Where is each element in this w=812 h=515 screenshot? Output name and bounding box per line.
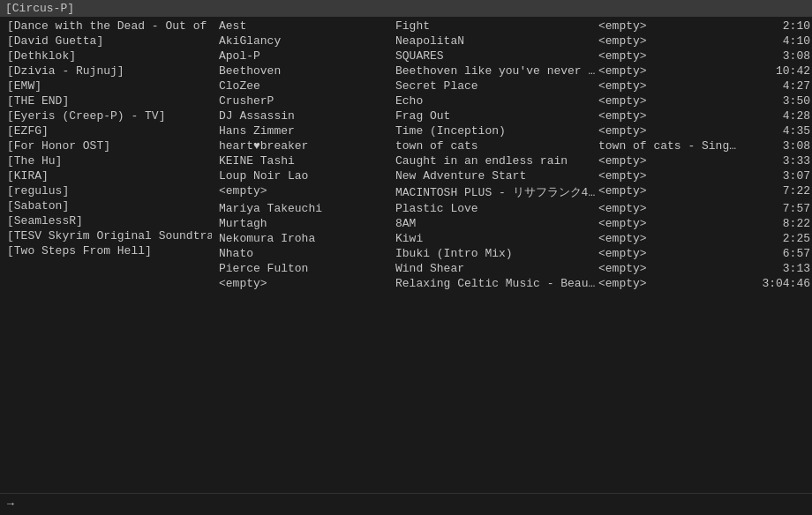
sidebar-item[interactable]: [For Honor OST] [0,138,212,153]
sidebar-item[interactable]: [THE END] [0,93,212,108]
track-row[interactable]: Loup Noir LaoNew Adventure Start<empty>3… [212,168,812,183]
track-title: Plastic Love [395,202,598,215]
track-album: <empty> [598,64,740,78]
track-duration: 3:07 [740,169,810,183]
sidebar-item[interactable]: [EMW] [0,78,212,93]
track-album: <empty> [598,49,740,63]
track-album: <empty> [598,79,740,93]
track-duration: 2:25 [740,232,810,245]
track-title: Echo [395,94,598,108]
track-title: New Adventure Start [395,169,598,183]
track-row[interactable]: AkiGlancyNeapolitaN<empty>4:10 [212,34,812,49]
track-album: <empty> [598,109,740,123]
track-duration: 3:04:46 [740,277,810,290]
track-artist: Hans Zimmer [219,124,395,138]
track-album: <empty> [598,154,740,168]
track-row[interactable]: CloZeeSecret Place<empty>4:27 [212,78,812,93]
track-title: 8AM [395,217,598,230]
sidebar-item[interactable]: [Sabaton] [0,198,212,213]
track-artist: Loup Noir Lao [219,169,395,183]
track-artist: DJ Assassin [219,109,395,123]
track-row[interactable]: Nekomura IrohaKiwi<empty>2:25 [212,231,812,246]
sidebar-item[interactable]: [regulus] [0,183,212,198]
sidebar-item[interactable]: [Eyeris (Creep-P) - TV] [0,108,212,123]
track-title: Frag Out [395,109,598,123]
track-list: AestFight<empty>2:10AkiGlancyNeapolitaN<… [212,17,812,493]
track-artist: Nekomura Iroha [219,232,395,245]
track-artist: Aest [219,19,395,33]
track-title: Ibuki (Intro Mix) [395,247,598,260]
track-row[interactable]: Murtagh8AM<empty>8:22 [212,216,812,231]
track-album: <empty> [598,277,740,290]
sidebar-item[interactable]: [Dance with the Dead - Out of Body] [0,19,212,34]
track-title: Relaxing Celtic Music - Beautifu [395,277,598,290]
track-row[interactable]: Pierce FultonWind Shear<empty>3:13 [212,261,812,276]
track-row[interactable]: DJ AssassinFrag Out<empty>4:28 [212,108,812,123]
track-duration: 7:57 [740,202,810,215]
track-row[interactable]: AestFight<empty>2:10 [212,19,812,34]
track-duration: 2:10 [740,19,810,33]
sidebar-item[interactable]: [Dethklok] [0,49,212,63]
sidebar-item[interactable]: [EZFG] [0,123,212,138]
track-duration: 3:08 [740,49,810,63]
track-duration: 4:10 [740,34,810,48]
track-title: Wind Shear [395,262,598,275]
track-album: <empty> [598,94,740,108]
track-album: <empty> [598,202,740,215]
track-row[interactable]: <empty>Relaxing Celtic Music - Beautifu<… [212,276,812,291]
track-duration: 4:35 [740,124,810,138]
track-row[interactable]: heart♥breakertown of catstown of cats - … [212,138,812,153]
track-duration: 7:22 [740,184,810,200]
track-row[interactable]: KEINE TashiCaught in an endless rain<emp… [212,153,812,168]
track-title: Kiwi [395,232,598,245]
track-row[interactable]: BeethovenBeethoven like you've never hea… [212,63,812,78]
sidebar-item[interactable]: [SeamlessR] [0,213,212,228]
sidebar-item[interactable]: [David Guetta] [0,34,212,49]
track-duration: 4:27 [740,79,810,93]
track-row[interactable]: CrusherPEcho<empty>3:50 [212,93,812,108]
track-artist: CrusherP [219,94,395,108]
track-album: <empty> [598,217,740,230]
track-title: NeapolitaN [395,34,598,48]
main-container: [Dance with the Dead - Out of Body][Davi… [0,17,812,493]
track-artist: <empty> [219,277,395,290]
track-title: SQUARES [395,49,598,63]
sidebar-item[interactable]: [Dzivia - Rujnuj] [0,63,212,78]
track-duration: 10:42 [740,64,810,78]
track-row[interactable]: Apol-PSQUARES<empty>3:08 [212,49,812,63]
track-artist: Apol-P [219,49,395,63]
track-album: <empty> [598,34,740,48]
sidebar-item[interactable]: [Two Steps From Hell] [0,243,212,258]
track-duration: 3:13 [740,262,810,275]
track-duration: 4:28 [740,109,810,123]
track-artist: CloZee [219,79,395,93]
track-title: Time (Inception) [395,124,598,138]
track-duration: 8:22 [740,217,810,230]
bottom-bar: → [0,493,812,514]
track-album: <empty> [598,184,740,200]
track-row[interactable]: Hans ZimmerTime (Inception)<empty>4:35 [212,123,812,138]
track-album: <empty> [598,232,740,245]
track-album: <empty> [598,169,740,183]
sidebar-item[interactable]: [The Hu] [0,153,212,168]
sidebar: [Dance with the Dead - Out of Body][Davi… [0,17,212,493]
track-artist: <empty> [219,184,395,200]
prompt-arrow: → [7,497,14,511]
track-artist: Pierce Fulton [219,262,395,275]
track-row[interactable]: Mariya TakeuchiPlastic Love<empty>7:57 [212,201,812,216]
track-duration: 6:57 [740,247,810,260]
track-artist: AkiGlancy [219,34,395,48]
track-album: <empty> [598,247,740,260]
sidebar-item[interactable]: [KIRA] [0,168,212,183]
sidebar-item[interactable]: [TESV Skyrim Original Soundtrack] [0,228,212,243]
track-duration: 3:33 [740,154,810,168]
track-row[interactable]: <empty>MACINTOSH PLUS - リサフランク420<empty>… [212,183,812,201]
track-artist: heart♥breaker [219,139,395,153]
track-artist: Beethoven [219,64,395,78]
track-title: MACINTOSH PLUS - リサフランク420 [395,184,598,200]
track-artist: Nhato [219,247,395,260]
track-row[interactable]: NhatoIbuki (Intro Mix)<empty>6:57 [212,246,812,261]
track-duration: 3:50 [740,94,810,108]
track-title: town of cats [395,139,598,153]
track-title: Caught in an endless rain [395,154,598,168]
